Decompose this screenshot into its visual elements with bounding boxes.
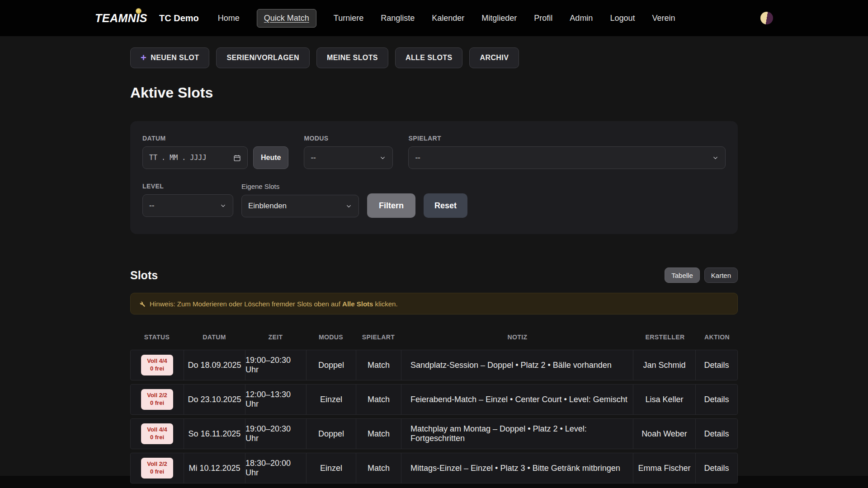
moderation-hint-banner: Hinweis: Zum Moderieren oder Löschen fre… bbox=[130, 293, 738, 314]
spielart-cell: Match bbox=[356, 350, 401, 380]
date-placeholder: TT . MM . JJJJ bbox=[149, 154, 206, 162]
slot-toolbar: + NEUEN SLOT SERIEN/VORLAGEN MEINE SLOTS… bbox=[130, 36, 738, 68]
hint-text: Hinweis: Zum Moderieren oder Löschen fre… bbox=[150, 300, 398, 308]
status-cell: Voll 2/2 0 frei bbox=[131, 453, 184, 483]
details-button[interactable]: Details bbox=[696, 419, 737, 449]
level-filter-group: LEVEL -- bbox=[142, 183, 233, 218]
brand-logo[interactable]: TEAMNIS bbox=[95, 12, 147, 25]
modus-cell: Einzel bbox=[307, 453, 356, 483]
chevron-down-icon bbox=[379, 155, 386, 161]
datum-cell: Do 18.09.2025 bbox=[184, 350, 245, 380]
series-templates-button[interactable]: SERIEN/VORLAGEN bbox=[216, 47, 310, 68]
table-row: Voll 4/4 0 frei Do 18.09.2025 19:00–20:3… bbox=[130, 350, 738, 380]
view-toggle: Tabelle Karten bbox=[665, 267, 738, 283]
nav-logout[interactable]: Logout bbox=[610, 14, 635, 23]
user-avatar[interactable] bbox=[760, 12, 773, 24]
slots-section-title: Slots bbox=[130, 269, 158, 282]
spielart-cell: Match bbox=[356, 419, 401, 449]
table-header: STATUS DATUM ZEIT MODUS SPIELART NOTIZ E… bbox=[130, 330, 738, 344]
notiz-cell: Sandplatz-Session – Doppel • Platz 2 • B… bbox=[401, 350, 633, 380]
ersteller-cell: Jan Schmid bbox=[633, 350, 696, 380]
datum-cell: Do 23.10.2025 bbox=[184, 385, 245, 414]
zeit-cell: 19:00–20:30 Uhr bbox=[245, 350, 307, 380]
zeit-cell: 12:00–13:30 Uhr bbox=[245, 385, 307, 414]
nav-kalender[interactable]: Kalender bbox=[432, 14, 464, 23]
hint-all-slots: Alle Slots bbox=[342, 300, 373, 308]
status-cell: Voll 2/2 0 frei bbox=[131, 385, 184, 414]
tennis-ball-icon bbox=[136, 8, 142, 14]
status-badge: Voll 4/4 0 frei bbox=[141, 423, 173, 444]
datum-cell: So 16.11.2025 bbox=[184, 419, 245, 449]
zeit-cell: 18:30–20:00 Uhr bbox=[245, 453, 307, 483]
club-name: TC Demo bbox=[159, 13, 199, 23]
reset-button[interactable]: Reset bbox=[424, 193, 467, 218]
nav-admin[interactable]: Admin bbox=[570, 14, 593, 23]
col-modus: MODUS bbox=[306, 330, 356, 344]
ersteller-cell: Lisa Keller bbox=[633, 385, 696, 414]
notiz-cell: Mittags-Einzel – Einzel • Platz 3 • Bitt… bbox=[401, 453, 633, 483]
nav-items: Home Quick Match Turniere Rangliste Kale… bbox=[218, 9, 760, 28]
level-label: LEVEL bbox=[142, 183, 233, 190]
notiz-cell: Feierabend-Match – Einzel • Center Court… bbox=[401, 385, 633, 414]
modus-cell: Einzel bbox=[307, 385, 356, 414]
spielart-cell: Match bbox=[356, 385, 401, 414]
col-datum: DATUM bbox=[184, 330, 245, 344]
details-button[interactable]: Details bbox=[696, 350, 737, 380]
col-spielart: SPIELART bbox=[356, 330, 401, 344]
wrench-icon bbox=[139, 300, 146, 307]
nav-profil[interactable]: Profil bbox=[534, 14, 552, 23]
new-slot-button[interactable]: + NEUEN SLOT bbox=[130, 47, 209, 68]
level-select[interactable]: -- bbox=[142, 194, 233, 217]
eigene-slots-label: Eigene Slots bbox=[241, 183, 359, 190]
spielart-cell: Match bbox=[356, 453, 401, 483]
modus-value: -- bbox=[311, 153, 316, 162]
modus-cell: Doppel bbox=[307, 350, 356, 380]
chevron-down-icon bbox=[712, 155, 719, 161]
eigene-slots-select[interactable]: Einblenden bbox=[241, 195, 359, 217]
date-input[interactable]: TT . MM . JJJJ bbox=[142, 146, 248, 169]
table-row: Voll 2/2 0 frei Do 23.10.2025 12:00–13:3… bbox=[130, 384, 738, 415]
today-button[interactable]: Heute bbox=[253, 146, 288, 169]
nav-home[interactable]: Home bbox=[218, 14, 240, 23]
archive-button[interactable]: ARCHIV bbox=[469, 47, 519, 68]
col-ersteller: ERSTELLER bbox=[634, 330, 696, 344]
filter-button[interactable]: Filtern bbox=[367, 193, 415, 218]
status-badge: Voll 2/2 0 frei bbox=[141, 458, 173, 479]
col-status: STATUS bbox=[130, 330, 184, 344]
status-cell: Voll 4/4 0 frei bbox=[131, 350, 184, 380]
all-slots-button[interactable]: ALLE SLOTS bbox=[395, 47, 463, 68]
spielart-label: SPIELART bbox=[408, 135, 726, 142]
spielart-filter-group: SPIELART -- bbox=[408, 135, 726, 169]
col-notiz: NOTIZ bbox=[401, 330, 634, 344]
nav-rangliste[interactable]: Rangliste bbox=[381, 14, 415, 23]
page-title: Aktive Slots bbox=[130, 84, 738, 101]
status-badge: Voll 4/4 0 frei bbox=[141, 355, 173, 375]
table-view-button[interactable]: Tabelle bbox=[665, 267, 700, 283]
cards-view-button[interactable]: Karten bbox=[704, 267, 738, 283]
col-zeit: ZEIT bbox=[245, 330, 306, 344]
new-slot-label: NEUEN SLOT bbox=[151, 54, 199, 62]
nav-mitglieder[interactable]: Mitglieder bbox=[481, 14, 517, 23]
level-value: -- bbox=[149, 201, 154, 210]
nav-turniere[interactable]: Turniere bbox=[334, 14, 363, 23]
calendar-icon[interactable] bbox=[233, 154, 241, 162]
details-button[interactable]: Details bbox=[696, 385, 737, 414]
col-aktion: AKTION bbox=[696, 330, 738, 344]
zeit-cell: 19:00–20:30 Uhr bbox=[245, 419, 307, 449]
chevron-down-icon bbox=[220, 202, 226, 209]
spielart-select[interactable]: -- bbox=[408, 146, 726, 169]
modus-select[interactable]: -- bbox=[304, 146, 393, 169]
top-nav: TEAMNIS TC Demo Home Quick Match Turnier… bbox=[0, 0, 868, 36]
modus-cell: Doppel bbox=[307, 419, 356, 449]
datum-filter-group: DATUM TT . MM . JJJJ Heute bbox=[142, 135, 288, 169]
status-badge: Voll 2/2 0 frei bbox=[141, 389, 173, 410]
notiz-cell: Matchplay am Montag – Doppel • Platz 2 •… bbox=[401, 419, 633, 449]
my-slots-button[interactable]: MEINE SLOTS bbox=[316, 47, 388, 68]
eigene-slots-filter-group: Eigene Slots Einblenden bbox=[241, 183, 359, 218]
ersteller-cell: Noah Weber bbox=[633, 419, 696, 449]
details-button[interactable]: Details bbox=[696, 453, 737, 483]
nav-quick-match[interactable]: Quick Match bbox=[257, 9, 316, 28]
status-cell: Voll 4/4 0 frei bbox=[131, 419, 184, 449]
chevron-down-icon bbox=[345, 203, 352, 210]
nav-verein[interactable]: Verein bbox=[652, 14, 675, 23]
